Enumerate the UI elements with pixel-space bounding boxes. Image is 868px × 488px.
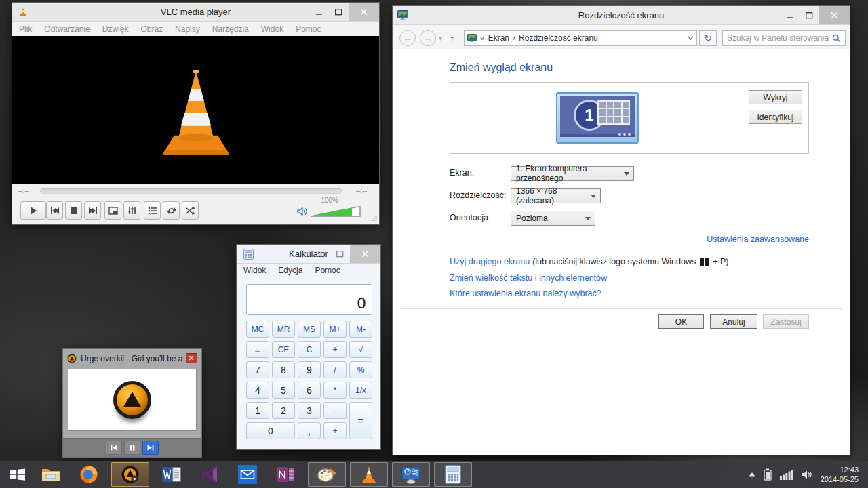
search-icon[interactable]: [832, 34, 841, 43]
forward-button[interactable]: →: [420, 30, 436, 46]
calc-key-3[interactable]: 3: [298, 402, 321, 419]
taskbar-calculator-button[interactable]: [434, 462, 472, 487]
resolution-select[interactable]: 1366 × 768 (zalecana): [511, 188, 601, 203]
calc-key-sqrt[interactable]: √: [349, 341, 372, 358]
taskbar-onenote-icon[interactable]: [270, 461, 301, 488]
display-select[interactable]: 1. Ekran komputera przenośnego: [511, 166, 634, 181]
taskbar-file-explorer-icon[interactable]: [35, 461, 66, 488]
cpl-maximize-button[interactable]: [800, 6, 819, 24]
calc-key-0[interactable]: 0: [246, 422, 295, 439]
taskbar-mail-icon[interactable]: [232, 461, 263, 488]
text-size-link[interactable]: Zmień wielkość tekstu i innych elementów: [450, 273, 607, 283]
cancel-button[interactable]: Anuluj: [710, 314, 757, 329]
which-settings-link[interactable]: Które ustawienia ekranu należy wybrać?: [450, 289, 601, 298]
calc-key-6[interactable]: 6: [298, 382, 321, 399]
aimp-previous-button[interactable]: [106, 441, 122, 455]
search-input[interactable]: [727, 33, 832, 43]
calc-key-5[interactable]: 5: [272, 382, 295, 399]
second-screen-link[interactable]: Użyj drugiego ekranu: [450, 257, 530, 266]
calc-key-4[interactable]: 4: [246, 382, 269, 399]
calc-menu-pomoc[interactable]: Pomoc: [315, 266, 340, 275]
vlc-next-button[interactable]: [84, 201, 101, 220]
show-hidden-icons-button[interactable]: [749, 472, 755, 477]
vlc-seekbar[interactable]: [40, 188, 342, 194]
battery-icon[interactable]: [764, 468, 772, 481]
vlc-menu-widok[interactable]: Widok: [261, 24, 283, 34]
calc-key-ce[interactable]: CE: [272, 341, 295, 358]
calc-key-mc[interactable]: MC: [246, 321, 269, 338]
vlc-menu-narzedzia[interactable]: Narzędzia: [212, 24, 249, 34]
advanced-settings-link[interactable]: Ustawienia zaawansowane: [684, 235, 809, 244]
calc-key-backspace[interactable]: ←: [246, 341, 269, 358]
taskbar-firefox-icon[interactable]: [73, 461, 104, 488]
vlc-shuffle-button[interactable]: [182, 201, 199, 220]
calc-maximize-button[interactable]: [330, 245, 350, 263]
breadcrumb-overflow[interactable]: «: [480, 33, 485, 43]
calc-key-1[interactable]: 1: [246, 402, 269, 419]
vlc-resize-grip[interactable]: [371, 216, 377, 222]
calc-menu-edycja[interactable]: Edycja: [278, 266, 302, 275]
apply-button[interactable]: Zastosuj: [763, 314, 809, 329]
calc-key-plus[interactable]: +: [323, 422, 347, 439]
ok-button[interactable]: OK: [658, 314, 704, 329]
taskbar-visual-studio-icon[interactable]: [194, 461, 225, 488]
calc-key-7[interactable]: 7: [246, 361, 269, 378]
search-box[interactable]: [722, 30, 846, 46]
orientation-select[interactable]: Pozioma: [511, 211, 595, 226]
recent-pages-dropdown[interactable]: ▾: [439, 30, 442, 46]
vlc-close-button[interactable]: [349, 3, 379, 21]
refresh-button[interactable]: ↻: [699, 30, 717, 46]
calc-key-mminus[interactable]: M-: [349, 321, 372, 338]
aimp-pause-button[interactable]: [124, 441, 140, 455]
vlc-play-button[interactable]: [20, 201, 46, 220]
start-button[interactable]: [0, 461, 35, 488]
back-button[interactable]: ←: [399, 30, 416, 46]
monitor-preview[interactable]: 1: [556, 92, 639, 144]
vlc-equalizer-button[interactable]: [123, 201, 140, 220]
taskbar-word-icon[interactable]: [156, 461, 187, 488]
calc-key-8[interactable]: 8: [272, 361, 295, 378]
calc-key-plusminus[interactable]: ±: [323, 341, 347, 358]
vlc-menu-odtwarzanie[interactable]: Odtwarzanie: [44, 24, 90, 34]
vlc-menu-pomoc[interactable]: Pomoc: [296, 24, 321, 34]
calc-key-multiply[interactable]: *: [323, 382, 347, 399]
vlc-previous-button[interactable]: [46, 201, 63, 220]
identify-button[interactable]: Identyfikuj: [749, 110, 802, 124]
vlc-fullscreen-button[interactable]: [104, 201, 121, 220]
breadcrumb-current[interactable]: Rozdzielczość ekranu: [519, 33, 598, 43]
aimp-next-button[interactable]: [142, 441, 159, 455]
address-bar[interactable]: « Ekran › Rozdzielczość ekranu: [464, 30, 697, 46]
up-button[interactable]: ↑: [450, 30, 455, 46]
taskbar-aimp-button[interactable]: [111, 462, 149, 487]
cpl-minimize-button[interactable]: [780, 6, 800, 24]
vlc-titlebar[interactable]: VLC media player: [12, 3, 379, 22]
vlc-stop-button[interactable]: [65, 201, 82, 220]
calc-key-ms[interactable]: MS: [298, 321, 321, 338]
calc-key-9[interactable]: 9: [298, 361, 321, 378]
taskbar-display-settings-button[interactable]: [392, 462, 430, 487]
vlc-loop-button[interactable]: [163, 201, 180, 220]
calc-menu-widok[interactable]: Widok: [243, 266, 266, 275]
aimp-close-button[interactable]: [186, 353, 197, 363]
calc-key-divide[interactable]: /: [323, 361, 347, 378]
calc-key-c[interactable]: C: [298, 341, 321, 358]
cpl-titlebar[interactable]: Rozdzielczość ekranu: [393, 6, 850, 25]
calc-key-mr[interactable]: MR: [272, 321, 295, 338]
aimp-titlebar[interactable]: Urge overkil - Girl you'll be a...: [63, 349, 201, 367]
vlc-menu-obraz[interactable]: Obraz: [140, 24, 163, 34]
vlc-menu-plik[interactable]: Plik: [19, 24, 32, 34]
address-dropdown-chevron[interactable]: [688, 36, 694, 40]
vlc-menu-dzwiek[interactable]: Dźwięk: [102, 24, 129, 34]
calc-close-button[interactable]: [350, 245, 380, 263]
volume-icon[interactable]: [802, 470, 812, 480]
calc-key-comma[interactable]: ,: [298, 422, 321, 439]
calc-key-mplus[interactable]: M+: [323, 321, 347, 338]
network-signal-icon[interactable]: [780, 469, 793, 480]
vlc-volume-icon[interactable]: [297, 207, 308, 216]
cpl-close-button[interactable]: [819, 6, 850, 24]
calc-key-equals[interactable]: =: [349, 402, 372, 439]
vlc-minimize-button[interactable]: [309, 3, 329, 21]
vlc-playlist-button[interactable]: [144, 201, 161, 220]
calc-key-minus[interactable]: -: [323, 402, 347, 419]
calc-key-2[interactable]: 2: [272, 402, 295, 419]
